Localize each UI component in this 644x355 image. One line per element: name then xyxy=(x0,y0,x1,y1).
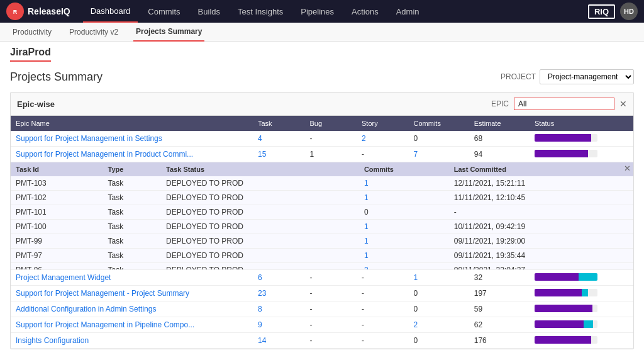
epic-row: Support for Project Management - Project… xyxy=(11,286,633,301)
epic-bug: - xyxy=(305,131,357,147)
sub-task-last-committed: 09/11/2021, 22:04:27 xyxy=(449,263,633,270)
nav-pipelines[interactable]: Pipelines xyxy=(293,0,341,23)
sub-task-id: PMT-102 xyxy=(11,191,103,205)
epic-bug: - xyxy=(305,301,357,317)
epic-commits: 0 xyxy=(409,301,469,317)
subnav-productivity-v2[interactable]: Productivity v2 xyxy=(67,23,121,42)
svg-text:R: R xyxy=(13,9,18,15)
sub-task-status: DEPLOYED TO PROD xyxy=(161,205,359,220)
sub-task-commits: 1 xyxy=(359,176,449,191)
epic-story: - xyxy=(357,147,409,162)
sub-col-header: Task Id xyxy=(11,162,103,176)
sub-task-status: DEPLOYED TO PROD xyxy=(161,249,359,263)
epic-estimate: 68 xyxy=(469,131,530,147)
epic-commits: 2 xyxy=(409,317,469,333)
sub-col-header: Type xyxy=(103,162,162,176)
epic-input[interactable] xyxy=(514,98,614,110)
epic-story: - xyxy=(357,270,409,286)
epic-row: Support for Project Management in Produc… xyxy=(11,147,633,162)
epic-estimate: 32 xyxy=(469,270,530,286)
epic-estimate: 197 xyxy=(469,286,530,301)
epic-status-bar xyxy=(530,301,633,317)
epic-panel: Epic-wise EPIC ✕ Epic Name Task Bug Stor… xyxy=(10,92,634,349)
sub-task-type: Task xyxy=(103,176,162,191)
epic-task: 6 xyxy=(253,270,305,286)
epic-status-bar xyxy=(530,131,633,147)
avatar: HD xyxy=(620,3,638,20)
project-select[interactable]: Project-management xyxy=(540,69,634,84)
epic-estimate: 94 xyxy=(469,147,530,162)
epic-bug: - xyxy=(305,317,357,333)
logo-icon: R xyxy=(6,3,24,20)
epic-status-bar xyxy=(530,333,633,349)
col-story: Story xyxy=(357,116,409,131)
epic-filter: EPIC ✕ xyxy=(491,98,627,110)
nav-builds[interactable]: Builds xyxy=(191,0,228,23)
epic-task: 15 xyxy=(253,147,305,162)
page-body: Projects Summary PROJECT Project-managem… xyxy=(0,62,644,355)
epic-bug: - xyxy=(305,286,357,301)
sub-col-header: Last Committed xyxy=(449,162,633,176)
sub-task-type: Task xyxy=(103,234,162,249)
project-label: PROJECT xyxy=(501,72,536,81)
nav-admin[interactable]: Admin xyxy=(389,0,427,23)
sub-task-id: PMT-103 xyxy=(11,176,103,191)
epic-name-link[interactable]: Support for Project Management in Pipeli… xyxy=(16,320,194,329)
col-task: Task xyxy=(253,116,305,131)
section-title: Projects Summary xyxy=(10,70,103,84)
epic-task: 4 xyxy=(253,131,305,147)
epic-table-wrapper: Epic Name Task Bug Story Commits Estimat… xyxy=(11,116,633,349)
epic-task: 23 xyxy=(253,286,305,301)
epic-name-link[interactable]: Support for Project Management in Settin… xyxy=(16,134,162,143)
sub-table-close-button[interactable]: ✕ xyxy=(624,164,631,173)
col-estimate: Estimate xyxy=(469,116,530,131)
epic-row: Project Management Widget6--132 xyxy=(11,270,633,286)
sub-task-last-committed: - xyxy=(449,205,633,220)
logo-text: ReleaseIQ xyxy=(28,6,70,16)
epic-name-link[interactable]: Project Management Widget xyxy=(16,273,111,282)
sub-task-status: DEPLOYED TO PROD xyxy=(161,263,359,270)
col-bug: Bug xyxy=(305,116,357,131)
epic-close-button[interactable]: ✕ xyxy=(619,99,627,109)
nav-actions[interactable]: Actions xyxy=(344,0,386,23)
sub-task-type: Task xyxy=(103,220,162,234)
sub-task-last-committed: 12/11/2021, 15:21:11 xyxy=(449,176,633,191)
top-nav: R ReleaseIQ Dashboard Commits Builds Tes… xyxy=(0,0,644,23)
epic-name-link[interactable]: Insights Configuration xyxy=(16,336,89,345)
nav-testinsights[interactable]: Test Insights xyxy=(230,0,291,23)
sub-task-id: PMT-101 xyxy=(11,205,103,220)
sub-task-id: PMT-97 xyxy=(11,249,103,263)
epic-status-bar xyxy=(530,286,633,301)
sub-table-row: ✕Task IdTypeTask StatusCommitsLast Commi… xyxy=(11,162,633,270)
sub-col-header: Task Status xyxy=(161,162,359,176)
epic-status-bar xyxy=(530,317,633,333)
subnav-projects-summary[interactable]: Projects Summary xyxy=(133,23,204,42)
sub-task-id: PMT-99 xyxy=(11,234,103,249)
epic-commits: 1 xyxy=(409,270,469,286)
epic-commits: 0 xyxy=(409,333,469,349)
sub-task-id: PMT-96 xyxy=(11,263,103,270)
nav-dashboard[interactable]: Dashboard xyxy=(83,0,138,23)
sub-task-status: DEPLOYED TO PROD xyxy=(161,234,359,249)
epic-story: 2 xyxy=(357,131,409,147)
epic-bug: 1 xyxy=(305,147,357,162)
epic-estimate: 59 xyxy=(469,301,530,317)
epic-bug: - xyxy=(305,333,357,349)
epic-name-link[interactable]: Additional Configuration in Admin Settin… xyxy=(16,305,156,313)
epic-row: Insights Configuration14--0176 xyxy=(11,333,633,349)
epic-name-link[interactable]: Support for Project Management in Produc… xyxy=(16,150,193,159)
sub-task-last-committed: 10/11/2021, 09:42:19 xyxy=(449,220,633,234)
nav-commits[interactable]: Commits xyxy=(140,0,187,23)
epic-story: - xyxy=(357,317,409,333)
epic-story: - xyxy=(357,286,409,301)
sub-task-type: Task xyxy=(103,205,162,220)
epic-bug: - xyxy=(305,270,357,286)
epic-name-link[interactable]: Support for Project Management - Project… xyxy=(16,289,189,298)
sub-table-row-item: PMT-101TaskDEPLOYED TO PROD0- xyxy=(11,205,633,220)
epic-label: EPIC xyxy=(491,99,509,108)
logo: R ReleaseIQ xyxy=(6,3,70,20)
epic-commits: 0 xyxy=(409,131,469,147)
sub-nav: Productivity Productivity v2 Projects Su… xyxy=(0,23,644,42)
subnav-productivity[interactable]: Productivity xyxy=(10,23,54,42)
sub-task-type: Task xyxy=(103,249,162,263)
